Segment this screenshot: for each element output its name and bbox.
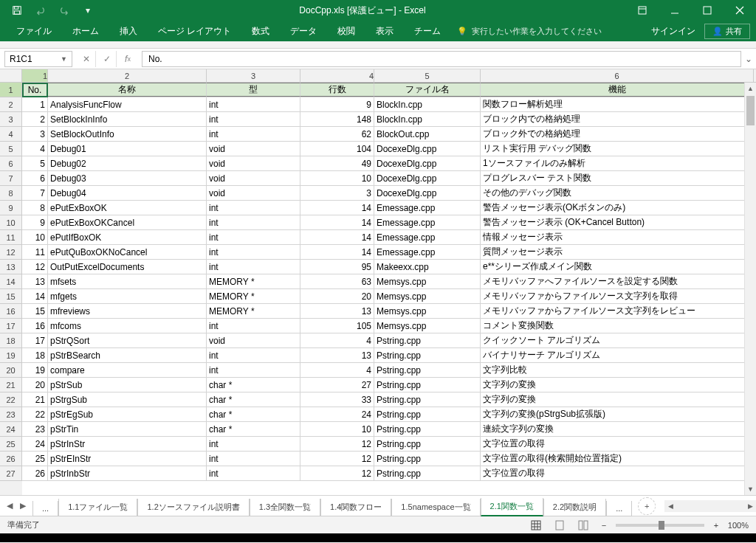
cell[interactable]: int	[207, 437, 300, 451]
cell[interactable]: ePutExBoxOK	[48, 201, 207, 215]
scroll-left-icon[interactable]: ◀	[664, 500, 676, 512]
cell[interactable]: 文字列の変換	[481, 392, 754, 407]
row-header[interactable]: 9	[0, 201, 22, 215]
cell[interactable]: 22	[22, 407, 48, 421]
cell[interactable]: 文字列比較	[481, 363, 754, 377]
cell[interactable]: 14	[300, 215, 374, 229]
cell[interactable]: DocexeDlg.cpp	[374, 186, 481, 200]
cell[interactable]: 14	[300, 201, 374, 215]
cell[interactable]: 文字列の変換(pStrgSub拡張版)	[481, 407, 754, 421]
cell[interactable]: 情報メッセージ表示	[481, 230, 754, 244]
cell[interactable]: pStrEgSub	[48, 407, 207, 421]
cell[interactable]: プログレスバー テスト関数	[481, 171, 754, 185]
cell[interactable]: メモリバッファからファイルソース文字列をレビュー	[481, 304, 754, 318]
cell[interactable]: 12	[300, 437, 374, 451]
cell[interactable]: MEMORY *	[207, 304, 300, 318]
cell[interactable]: 12	[22, 260, 48, 274]
normal-view-icon[interactable]	[527, 518, 545, 533]
cell[interactable]: Emessage.cpp	[374, 245, 481, 259]
cell[interactable]: 9	[300, 97, 374, 111]
sheet-tab[interactable]: ...	[606, 501, 632, 516]
cell[interactable]: 5	[22, 156, 48, 170]
row-header[interactable]: 23	[0, 407, 22, 422]
share-button[interactable]: 👤共有	[704, 24, 750, 39]
column-header[interactable]: 6	[481, 69, 754, 82]
cell[interactable]: 20	[22, 378, 48, 392]
ribbon-tab[interactable]: ページ レイアウト	[148, 21, 241, 41]
row-header[interactable]: 3	[0, 112, 22, 127]
cell[interactable]: DocexeDlg.cpp	[374, 156, 481, 170]
cell[interactable]: 4	[22, 142, 48, 156]
row-header[interactable]: 10	[0, 215, 22, 230]
cell[interactable]: ePutIfBoxOK	[48, 230, 207, 244]
column-header[interactable]: 1	[22, 69, 48, 82]
cell[interactable]: Pstring.cpp	[374, 333, 481, 347]
redo-icon[interactable]	[53, 1, 75, 19]
cell[interactable]: char *	[207, 422, 300, 436]
cell[interactable]: pStrSub	[48, 378, 207, 392]
cell[interactable]: Pstring.cpp	[374, 437, 481, 451]
cell[interactable]: int	[207, 245, 300, 259]
cell[interactable]: Memsys.cpp	[374, 304, 481, 318]
ribbon-tab[interactable]: 校閲	[327, 21, 365, 41]
row-header[interactable]: 17	[0, 319, 22, 333]
cell[interactable]: 1ソースファイルのみ解析	[481, 156, 754, 170]
horizontal-scrollbar[interactable]: ◀ ▶	[664, 500, 756, 512]
row-header[interactable]: 4	[0, 127, 22, 142]
header-cell[interactable]: 機能	[481, 83, 754, 97]
cell[interactable]: 21	[22, 392, 48, 407]
cell[interactable]: 関数フロー解析処理	[481, 97, 754, 111]
vertical-scrollbar[interactable]: ▲ ▼	[744, 83, 756, 495]
scroll-right-icon[interactable]: ▶	[744, 500, 756, 512]
cell[interactable]: 12	[300, 452, 374, 466]
cell[interactable]: Pstring.cpp	[374, 363, 481, 377]
close-icon[interactable]	[724, 0, 756, 21]
cell[interactable]: int	[207, 201, 300, 215]
row-header[interactable]: 27	[0, 466, 22, 481]
cell[interactable]: 95	[300, 260, 374, 274]
maximize-icon[interactable]	[691, 0, 724, 21]
cell[interactable]: void	[207, 142, 300, 156]
cell[interactable]: 4	[300, 333, 374, 347]
cell[interactable]: Pstring.cpp	[374, 466, 481, 480]
cell[interactable]: メモリバッファからファイルソース文字列を取得	[481, 289, 754, 303]
cell[interactable]: Makeexx.cpp	[374, 260, 481, 274]
cell[interactable]: ブロック外での格納処理	[481, 127, 754, 141]
sign-in-link[interactable]: サインイン	[651, 25, 695, 38]
cell[interactable]: ePutQuBoxOKNoCancel	[48, 245, 207, 259]
page-break-view-icon[interactable]	[574, 518, 592, 533]
cell[interactable]: Pstring.cpp	[374, 422, 481, 436]
cell[interactable]: void	[207, 333, 300, 347]
cell[interactable]: 17	[22, 333, 48, 347]
cell[interactable]: DocexeDlg.cpp	[374, 142, 481, 156]
row-header[interactable]: 24	[0, 422, 22, 437]
cell[interactable]: 9	[22, 215, 48, 229]
enter-formula-icon[interactable]: ✓	[97, 51, 117, 67]
zoom-slider-thumb[interactable]	[659, 521, 664, 530]
cell[interactable]: 27	[300, 378, 374, 392]
cell[interactable]: 8	[22, 201, 48, 215]
cell[interactable]: 警告メッセージ表示 (OK+Cancel Button)	[481, 215, 754, 229]
cell[interactable]: Pstring.cpp	[374, 392, 481, 407]
cell[interactable]: ブロック内での格納処理	[481, 112, 754, 126]
cell[interactable]: pStrEInStr	[48, 452, 207, 466]
sheet-tab[interactable]: 1.5namespace一覧	[391, 499, 480, 516]
cell[interactable]: pStrBSearch	[48, 348, 207, 362]
cell[interactable]: pStrTin	[48, 422, 207, 436]
cell[interactable]: Pstring.cpp	[374, 378, 481, 392]
cell[interactable]: mfreviews	[48, 304, 207, 318]
cancel-formula-icon[interactable]: ✕	[77, 51, 96, 67]
cell[interactable]: Memsys.cpp	[374, 274, 481, 288]
cell[interactable]: mfgets	[48, 289, 207, 303]
cell[interactable]: 連続文字列の変換	[481, 422, 754, 436]
cell[interactable]: ePutExBoxOKCancel	[48, 215, 207, 229]
page-layout-view-icon[interactable]	[551, 518, 568, 533]
column-header[interactable]: 5	[374, 69, 481, 82]
formula-input[interactable]: No.	[142, 51, 741, 67]
sheet-tab[interactable]: 2.1関数一覧	[481, 498, 543, 516]
cell[interactable]: char *	[207, 378, 300, 392]
ribbon-tab[interactable]: 表示	[365, 21, 404, 41]
cell[interactable]: mfsets	[48, 274, 207, 288]
cell[interactable]: e**シリーズ作成メイン関数	[481, 260, 754, 274]
cell[interactable]: Pstring.cpp	[374, 452, 481, 466]
